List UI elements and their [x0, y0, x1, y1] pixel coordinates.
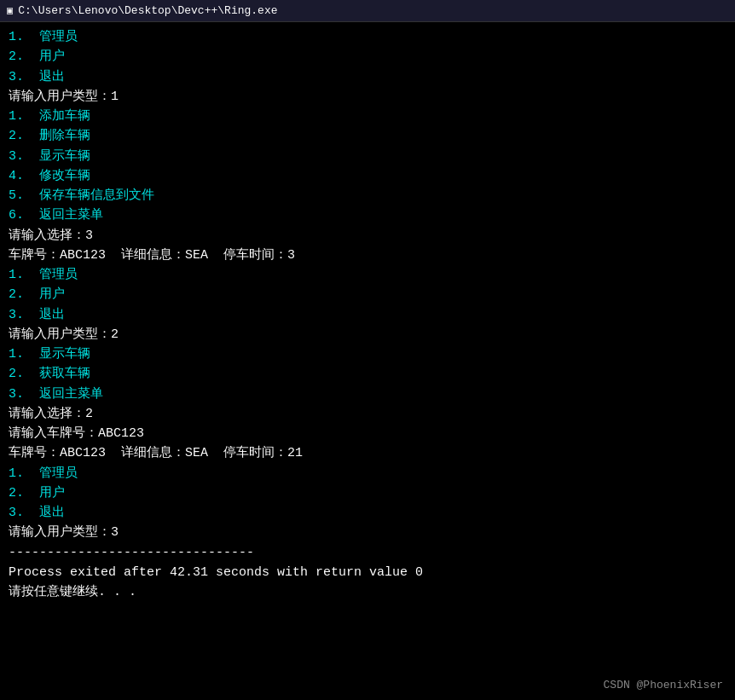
console-line: 2. 删除车辆 — [9, 126, 726, 146]
console-line: 1. 显示车辆 — [9, 344, 726, 364]
console-line: 请输入选择：3 — [9, 226, 726, 246]
console-line: 请输入选择：2 — [9, 404, 726, 424]
console-line: 2. 用户 — [9, 483, 726, 503]
console-line: 车牌号：ABC123 详细信息：SEA 停车时间：3 — [9, 246, 726, 265]
console-line: 3. 退出 — [9, 503, 726, 523]
console-output: 1. 管理员2. 用户3. 退出请输入用户类型：11. 添加车辆2. 删除车辆3… — [9, 27, 726, 602]
console-line: 3. 退出 — [9, 305, 726, 325]
console-line: 1. 管理员 — [9, 27, 726, 47]
console-line: 1. 管理员 — [9, 464, 726, 483]
console-line: 请输入车牌号：ABC123 — [9, 424, 726, 443]
console-line: 请按任意键继续. . . — [9, 582, 726, 602]
window: ▣ C:\Users\Lenovo\Desktop\Devc++\Ring.ex… — [0, 0, 735, 700]
console-line: 5. 保存车辆信息到文件 — [9, 186, 726, 205]
console-line: 3. 显示车辆 — [9, 147, 726, 166]
console-line: 3. 退出 — [9, 67, 726, 87]
console-line: 1. 管理员 — [9, 265, 726, 285]
title-bar-icon: ▣ — [7, 4, 13, 17]
watermark: CSDN @PhoenixRiser — [604, 679, 723, 691]
console-body: 1. 管理员2. 用户3. 退出请输入用户类型：11. 添加车辆2. 删除车辆3… — [0, 22, 735, 700]
console-line: Process exited after 42.31 seconds with … — [9, 563, 726, 582]
console-line: 4. 修改车辆 — [9, 166, 726, 186]
console-line: 车牌号：ABC123 详细信息：SEA 停车时间：21 — [9, 443, 726, 463]
console-line: 请输入用户类型：1 — [9, 87, 726, 107]
console-line: 请输入用户类型：2 — [9, 325, 726, 344]
console-line: 2. 用户 — [9, 47, 726, 67]
title-bar: ▣ C:\Users\Lenovo\Desktop\Devc++\Ring.ex… — [0, 0, 735, 22]
console-line: 请输入用户类型：3 — [9, 523, 726, 542]
console-line: 2. 获取车辆 — [9, 364, 726, 384]
console-line: -------------------------------- — [9, 543, 726, 563]
console-line: 6. 返回主菜单 — [9, 205, 726, 225]
console-line: 1. 添加车辆 — [9, 107, 726, 126]
console-line: 3. 返回主菜单 — [9, 385, 726, 404]
console-line: 2. 用户 — [9, 285, 726, 304]
title-bar-path: C:\Users\Lenovo\Desktop\Devc++\Ring.exe — [18, 4, 277, 17]
